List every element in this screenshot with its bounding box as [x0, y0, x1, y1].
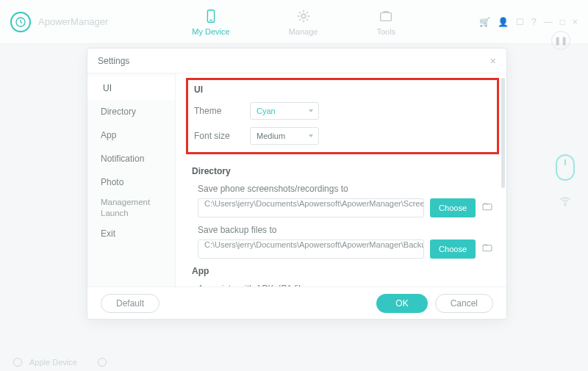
screenshot-dir-input[interactable]: C:\Users\jerry\Documents\Apowersoft\Apow…	[198, 198, 424, 217]
close-window-icon[interactable]: ×	[573, 17, 578, 27]
ok-button[interactable]: OK	[376, 294, 427, 313]
tab-manage[interactable]: Manage	[289, 8, 318, 36]
tab-label: Tools	[376, 27, 395, 36]
sidebar-item-photo[interactable]: Photo	[87, 170, 175, 194]
dialog-title: Settings	[98, 56, 129, 66]
ui-section-highlight: UI Theme Cyan Font size Medium	[186, 78, 499, 154]
pause-button[interactable]: ❚❚	[551, 31, 570, 50]
sidebar-item-directory[interactable]: Directory	[87, 100, 175, 123]
minimize-icon[interactable]: —	[544, 17, 553, 27]
title-bar: ApowerManager My Device Manage Tools 🛒 👤…	[0, 0, 588, 44]
main-tabs: My Device Manage Tools	[108, 8, 479, 36]
maximize-icon[interactable]: □	[560, 17, 565, 27]
settings-sidebar: UI Directory App Notification Photo Mana…	[87, 73, 176, 287]
svg-point-3	[301, 14, 306, 18]
help-icon[interactable]: ?	[531, 17, 537, 27]
section-heading-ui: UI	[194, 84, 491, 95]
fontsize-select[interactable]: Medium	[250, 127, 319, 145]
associate-label: Associate with APK, IPA files	[198, 284, 493, 287]
open-folder-icon[interactable]	[481, 242, 493, 256]
app-logo	[10, 12, 31, 32]
app-title: ApowerManager	[38, 16, 108, 27]
dialog-header: Settings ×	[87, 48, 506, 73]
bell-icon[interactable]: ☐	[516, 17, 524, 27]
scrollbar[interactable]	[501, 78, 505, 188]
sidebar-item-management-launch[interactable]: Management Launch	[87, 194, 175, 222]
svg-rect-4	[381, 12, 392, 21]
theme-select[interactable]: Cyan	[250, 102, 319, 120]
mouse-icon[interactable]	[556, 154, 575, 181]
dialog-footer: Default OK Cancel	[87, 287, 506, 319]
svg-point-5	[564, 204, 566, 206]
sidebar-item-app[interactable]: App	[87, 123, 175, 147]
wifi-icon[interactable]	[558, 194, 573, 212]
cart-icon[interactable]: 🛒	[479, 17, 490, 27]
window-controls: 🛒 👤 ☐ ? — □ ×	[479, 17, 578, 27]
theme-label: Theme	[194, 106, 250, 116]
sidebar-item-ui[interactable]: UI	[87, 76, 175, 100]
settings-content: UI Theme Cyan Font size Medium Directory…	[176, 73, 506, 287]
status-device: Apple Device	[29, 358, 77, 367]
section-heading-directory: Directory	[192, 166, 493, 176]
backup-dir-label: Save backup files to	[198, 225, 493, 235]
status-dot-icon	[13, 358, 22, 367]
status-bar: Apple Device	[13, 358, 107, 367]
backup-dir-input[interactable]: C:\Users\jerry\Documents\Apowersoft\Apow…	[198, 239, 424, 259]
tab-my-device[interactable]: My Device	[192, 8, 229, 36]
side-tools	[556, 154, 575, 212]
status-refresh-icon[interactable]	[98, 358, 107, 367]
user-icon[interactable]: 👤	[498, 17, 509, 27]
tab-tools[interactable]: Tools	[376, 8, 395, 36]
tab-label: Manage	[289, 27, 318, 36]
settings-dialog: Settings × UI Directory App Notification…	[87, 48, 507, 320]
fontsize-label: Font size	[194, 131, 250, 141]
choose-screenshot-dir-button[interactable]: Choose	[430, 198, 476, 217]
tab-label: My Device	[192, 27, 229, 36]
default-button[interactable]: Default	[101, 294, 159, 313]
cancel-button[interactable]: Cancel	[435, 294, 493, 313]
sidebar-item-notification[interactable]: Notification	[87, 147, 175, 170]
open-folder-icon[interactable]	[481, 201, 493, 215]
screenshot-dir-label: Save phone screenshots/recordings to	[198, 184, 493, 194]
section-heading-app: App	[192, 266, 493, 276]
close-icon[interactable]: ×	[490, 55, 496, 67]
sidebar-item-exit[interactable]: Exit	[87, 222, 175, 245]
choose-backup-dir-button[interactable]: Choose	[430, 239, 476, 259]
